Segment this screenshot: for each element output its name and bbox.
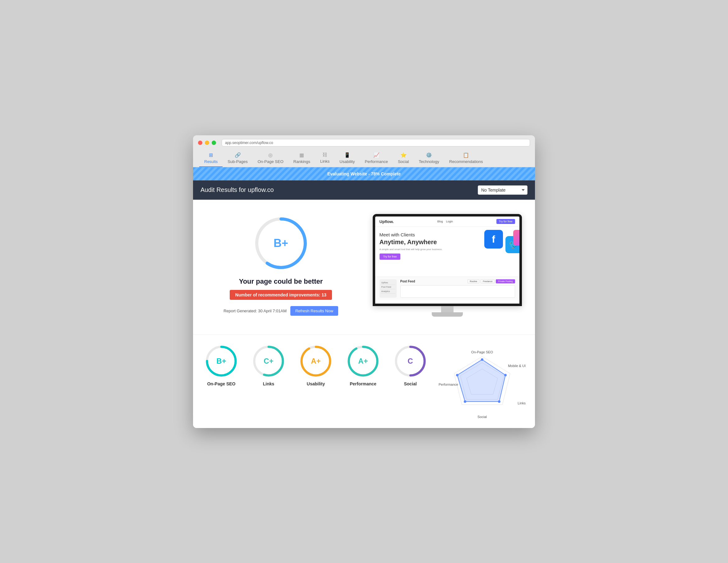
tab-rankings[interactable]: ▦ Rankings [288,150,315,167]
mock-try-btn[interactable]: Try for free [380,253,401,260]
main-content: B+ Your page could be better Number of r… [193,200,535,335]
grade-item-usability: A+ Usability [294,344,338,386]
tab-rankings-label: Rankings [293,159,310,164]
score-section: B+ Your page could be better Number of r… [202,209,359,322]
score-headline: Your page could be better [239,277,323,286]
mock-nav-links: Blog Login [437,220,453,223]
tab-technology[interactable]: ⚙️ Technology [414,150,444,167]
monitor-stand-neck [441,306,454,312]
svg-marker-15 [457,360,505,402]
grade-name-social: Social [404,381,417,386]
close-button[interactable] [198,141,202,145]
main-grade-circle: B+ [253,215,309,271]
grade-circle-links: C+ [251,344,286,378]
mock-bottom-section: Upflow. Post Feed Analytics Post Feed [375,276,519,300]
report-info: Report Generated: 30 April 7:01AM Refres… [223,306,338,316]
results-grid: B+ Your page could be better Number of r… [202,209,526,322]
tab-social[interactable]: ⭐ Social [393,150,414,167]
tab-links-label: Links [320,159,329,164]
links-icon: ⛓ [322,152,327,158]
radar-label-performance: Performance [439,383,458,386]
browser-content: Evaluating Website - 78% Complete Audit … [193,167,535,428]
radar-label-links: Links [518,401,526,405]
progress-text: Evaluating Website - 78% Complete [327,171,401,176]
grade-item-performance: A+ Performance [341,344,385,386]
tab-performance[interactable]: 📈 Performance [360,150,393,167]
progress-banner: Evaluating Website - 78% Complete [193,167,535,180]
browser-chrome: ⊞ Results 🔗 Sub-Pages ◎ On-Page SEO ▦ Ra… [193,135,535,167]
monitor-screen-inner: Upflow. Blog Login Try for free [375,216,519,304]
mock-pinterest-icon [513,230,519,245]
rankings-icon: ▦ [299,152,304,158]
radar-label-social: Social [477,415,487,419]
usability-icon: 📱 [344,152,350,158]
nav-tabs: ⊞ Results 🔗 Sub-Pages ◎ On-Page SEO ▦ Ra… [198,150,530,167]
refresh-button[interactable]: Refresh Results Now [290,306,338,316]
grade-label-on-page-seo: B+ [216,357,226,366]
grades-grid: B+ On-Page SEO C+ Links [199,344,529,425]
sub-pages-icon: 🔗 [235,152,241,158]
maximize-button[interactable] [212,141,216,145]
grade-circle-usability: A+ [299,344,333,378]
tab-links[interactable]: ⛓ Links [315,150,334,167]
mock-panel-btn-routine[interactable]: Routine [468,279,479,284]
results-icon: ⊞ [209,152,213,158]
mock-nav-blog: Blog [437,220,443,223]
grade-circle-performance: A+ [346,344,380,378]
mock-panel-btn-private[interactable]: Private Posting [496,279,515,284]
svg-point-20 [456,374,458,376]
grade-name-links: Links [263,381,274,386]
report-date: Report Generated: 30 April 7:01AM [223,309,287,313]
mock-facebook-icon: f [484,230,503,248]
tab-social-label: Social [398,159,409,164]
tab-sub-pages[interactable]: 🔗 Sub-Pages [223,150,252,167]
browser-controls [198,139,530,146]
svg-point-17 [504,374,507,376]
address-bar[interactable] [222,139,530,146]
technology-icon: ⚙️ [426,152,432,158]
tab-recommendations-label: Recommendations [449,159,483,164]
tab-results[interactable]: ⊞ Results [199,150,223,167]
on-page-seo-icon: ◎ [268,152,273,158]
mock-logo: Upflow. [380,219,394,224]
grade-label-usability: A+ [311,357,320,366]
radar-chart: On-Page SEO Mobile & UI Links Social Per… [442,350,523,419]
tab-sub-pages-label: Sub-Pages [228,159,247,164]
svg-point-16 [481,358,483,361]
svg-point-19 [464,400,466,403]
mock-nav-login: Login [446,220,453,223]
radar-label-mobile: Mobile & UI [508,364,526,368]
grade-label-links: C+ [264,357,273,366]
monitor: Upflow. Blog Login Try for free [373,214,522,317]
main-grade-text: B+ [274,237,288,250]
mock-nav: Upflow. Blog Login Try for free [375,216,519,227]
tab-performance-label: Performance [365,159,388,164]
template-select[interactable]: No Template E-commerce Blog Corporate [478,185,528,195]
grade-circle-on-page-seo: B+ [204,344,238,378]
tab-on-page-seo-label: On-Page SEO [258,159,283,164]
monitor-stand [373,306,522,317]
tab-on-page-seo[interactable]: ◎ On-Page SEO [253,150,288,167]
radar-label-onpage: On-Page SEO [471,350,493,354]
tab-usability-label: Usability [339,159,355,164]
audit-header: Audit Results for upflow.co No Template … [193,180,535,200]
tab-recommendations[interactable]: 📋 Recommendations [444,150,488,167]
tab-technology-label: Technology [419,159,439,164]
social-icon: ⭐ [400,152,407,158]
performance-icon: 📈 [373,152,380,158]
grades-section: B+ On-Page SEO C+ Links [193,335,535,428]
grade-item-on-page-seo: B+ On-Page SEO [199,344,243,386]
grade-label-social: C [408,357,413,366]
mock-hero: Meet with Clients Anytime, Anywhere A si… [375,227,519,276]
minimize-button[interactable] [205,141,209,145]
tab-results-label: Results [204,159,218,164]
grade-item-social: C Social [388,344,432,386]
website-preview-wrapper: Upflow. Blog Login Try for free [369,214,526,317]
mock-try-free-nav[interactable]: Try for free [496,219,515,224]
grade-name-performance: Performance [350,381,376,386]
mock-panel-actions: Routine Freelance Private Posting [468,279,515,284]
mock-panel-btn-freelance[interactable]: Freelance [481,279,495,284]
grade-name-usability: Usability [307,381,325,386]
mock-sidebar-logo: Upflow. [381,280,395,285]
tab-usability[interactable]: 📱 Usability [334,150,360,167]
